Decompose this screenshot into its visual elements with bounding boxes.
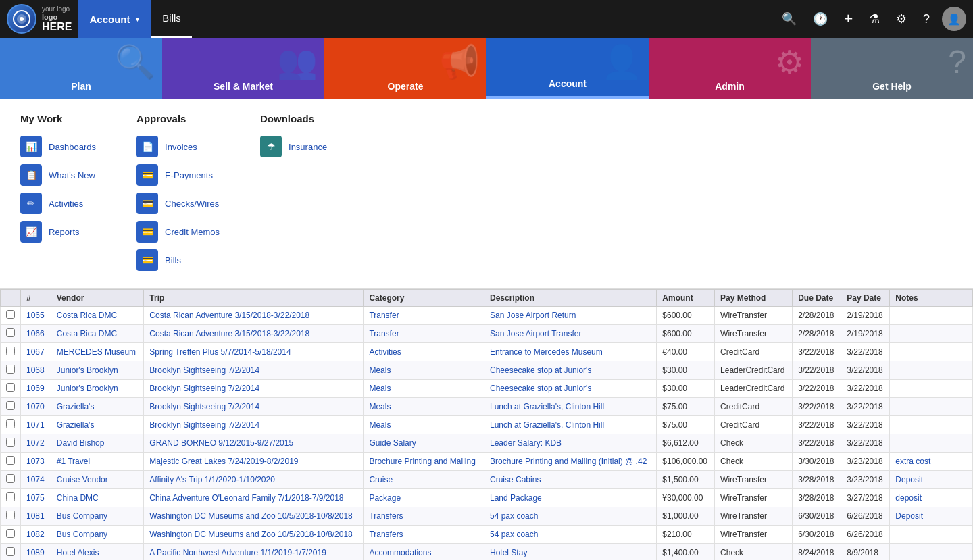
row-checkbox[interactable] bbox=[1, 307, 21, 325]
row-vendor[interactable]: Graziella's bbox=[51, 416, 144, 434]
row-vendor[interactable]: Hotel Alexis bbox=[51, 544, 144, 561]
row-id[interactable]: 1075 bbox=[21, 489, 51, 507]
bills-item[interactable]: 💳 Bills bbox=[136, 246, 220, 274]
row-description[interactable]: Cheesecake stop at Junior's bbox=[484, 380, 657, 398]
activities-item[interactable]: ✏ Activities bbox=[20, 189, 96, 218]
row-description[interactable]: Lunch at Graziella's, Clinton Hill bbox=[484, 416, 657, 434]
row-checkbox[interactable] bbox=[1, 380, 21, 398]
row-description[interactable]: Entrance to Mercedes Museum bbox=[484, 343, 657, 361]
row-description[interactable]: Hotel Stay bbox=[484, 544, 657, 561]
row-trip[interactable]: Brooklyn Sightseeing 7/2/2014 bbox=[144, 398, 364, 416]
row-id[interactable]: 1071 bbox=[21, 416, 51, 434]
row-vendor[interactable]: Junior's Brooklyn bbox=[51, 361, 144, 380]
row-id[interactable]: 1069 bbox=[21, 380, 51, 398]
row-checkbox[interactable] bbox=[1, 416, 21, 434]
mega-tile-help[interactable]: ? Get Help bbox=[811, 38, 973, 99]
row-checkbox[interactable] bbox=[1, 471, 21, 489]
col-vendor[interactable]: Vendor bbox=[51, 290, 144, 307]
row-trip[interactable]: Affinity A's Trip 1/1/2020-1/10/2020 bbox=[144, 471, 364, 489]
row-category[interactable]: Meals bbox=[364, 380, 484, 398]
row-vendor[interactable]: Bus Company bbox=[51, 507, 144, 526]
invoices-item[interactable]: 📄 Invoices bbox=[136, 132, 220, 161]
row-vendor[interactable]: Costa Rica DMC bbox=[51, 325, 144, 343]
row-checkbox[interactable] bbox=[1, 434, 21, 453]
row-description[interactable]: Cheesecake stop at Junior's bbox=[484, 361, 657, 380]
epayments-item[interactable]: 💳 E-Payments bbox=[136, 161, 220, 189]
row-id[interactable]: 1067 bbox=[21, 343, 51, 361]
whats-new-item[interactable]: 📋 What's New bbox=[20, 161, 96, 189]
row-description[interactable]: 54 pax coach bbox=[484, 507, 657, 526]
col-pay-date[interactable]: Pay Date bbox=[841, 290, 890, 307]
row-category[interactable]: Transfer bbox=[364, 325, 484, 343]
row-vendor[interactable]: MERCEDES Museum bbox=[51, 343, 144, 361]
col-category[interactable]: Category bbox=[364, 290, 484, 307]
row-id[interactable]: 1081 bbox=[21, 507, 51, 526]
row-trip[interactable]: Spring Treffen Plus 5/7/2014-5/18/2014 bbox=[144, 343, 364, 361]
row-vendor[interactable]: Costa Rica DMC bbox=[51, 307, 144, 325]
row-checkbox[interactable] bbox=[1, 343, 21, 361]
col-amount[interactable]: Amount bbox=[657, 290, 715, 307]
account-menu-button[interactable]: Account ▼ bbox=[78, 0, 151, 38]
row-category[interactable]: Meals bbox=[364, 416, 484, 434]
bills-tab[interactable]: Bills bbox=[151, 0, 192, 38]
row-vendor[interactable]: China DMC bbox=[51, 489, 144, 507]
row-category[interactable]: Meals bbox=[364, 398, 484, 416]
row-vendor[interactable]: Junior's Brooklyn bbox=[51, 380, 144, 398]
row-vendor[interactable]: Cruise Vendor bbox=[51, 471, 144, 489]
row-vendor[interactable]: Bus Company bbox=[51, 526, 144, 544]
row-description[interactable]: 54 pax coach bbox=[484, 526, 657, 544]
mega-tile-operate[interactable]: 📢 Operate bbox=[324, 38, 487, 99]
row-checkbox[interactable] bbox=[1, 361, 21, 380]
row-category[interactable]: Accommodations bbox=[364, 544, 484, 561]
row-id[interactable]: 1065 bbox=[21, 307, 51, 325]
row-category[interactable]: Activities bbox=[364, 343, 484, 361]
row-id[interactable]: 1082 bbox=[21, 526, 51, 544]
history-button[interactable]: 🕐 bbox=[806, 6, 834, 32]
row-checkbox[interactable] bbox=[1, 398, 21, 416]
row-vendor[interactable]: David Bishop bbox=[51, 434, 144, 453]
row-checkbox[interactable] bbox=[1, 544, 21, 561]
reports-item[interactable]: 📈 Reports bbox=[20, 218, 96, 246]
row-trip[interactable]: Brooklyn Sightseeing 7/2/2014 bbox=[144, 361, 364, 380]
row-trip[interactable]: Majestic Great Lakes 7/24/2019-8/2/2019 bbox=[144, 453, 364, 471]
row-trip[interactable]: A Pacific Northwest Adventure 1/1/2019-1… bbox=[144, 544, 364, 561]
row-description[interactable]: Leader Salary: KDB bbox=[484, 434, 657, 453]
row-id[interactable]: 1070 bbox=[21, 398, 51, 416]
row-checkbox[interactable] bbox=[1, 325, 21, 343]
col-trip[interactable]: Trip bbox=[144, 290, 364, 307]
row-category[interactable]: Transfers bbox=[364, 526, 484, 544]
row-category[interactable]: Meals bbox=[364, 361, 484, 380]
col-pay-method[interactable]: Pay Method bbox=[715, 290, 793, 307]
row-id[interactable]: 1074 bbox=[21, 471, 51, 489]
filter-button[interactable]: ⚗ bbox=[862, 6, 887, 32]
credit-memos-item[interactable]: 💳 Credit Memos bbox=[136, 218, 220, 246]
row-category[interactable]: Guide Salary bbox=[364, 434, 484, 453]
row-id[interactable]: 1073 bbox=[21, 453, 51, 471]
row-checkbox[interactable] bbox=[1, 526, 21, 544]
row-description[interactable]: San Jose Airport Return bbox=[484, 307, 657, 325]
row-category[interactable]: Transfer bbox=[364, 307, 484, 325]
settings-button[interactable]: ⚙ bbox=[889, 6, 914, 32]
mega-tile-account[interactable]: 👤 Account bbox=[487, 38, 649, 99]
row-description[interactable]: Land Package bbox=[484, 489, 657, 507]
add-button[interactable]: + bbox=[837, 5, 859, 33]
col-due-date[interactable]: Due Date bbox=[793, 290, 841, 307]
row-checkbox[interactable] bbox=[1, 507, 21, 526]
row-category[interactable]: Package bbox=[364, 489, 484, 507]
row-trip[interactable]: Costa Rican Adventure 3/15/2018-3/22/201… bbox=[144, 325, 364, 343]
row-checkbox[interactable] bbox=[1, 489, 21, 507]
row-id[interactable]: 1066 bbox=[21, 325, 51, 343]
col-id[interactable]: # bbox=[21, 290, 51, 307]
row-id[interactable]: 1089 bbox=[21, 544, 51, 561]
mega-tile-admin[interactable]: ⚙ Admin bbox=[649, 38, 811, 99]
col-description[interactable]: Description bbox=[484, 290, 657, 307]
row-description[interactable]: San Jose Airport Transfer bbox=[484, 325, 657, 343]
mega-tile-sell[interactable]: 👥 Sell & Market bbox=[162, 38, 324, 99]
dashboards-item[interactable]: 📊 Dashboards bbox=[20, 132, 96, 161]
col-notes[interactable]: Notes bbox=[890, 290, 973, 307]
mega-tile-plan[interactable]: 🔍 Plan bbox=[0, 38, 162, 99]
row-id[interactable]: 1072 bbox=[21, 434, 51, 453]
row-trip[interactable]: Costa Rican Adventure 3/15/2018-3/22/201… bbox=[144, 307, 364, 325]
row-id[interactable]: 1068 bbox=[21, 361, 51, 380]
checks-wires-item[interactable]: 💳 Checks/Wires bbox=[136, 189, 220, 218]
